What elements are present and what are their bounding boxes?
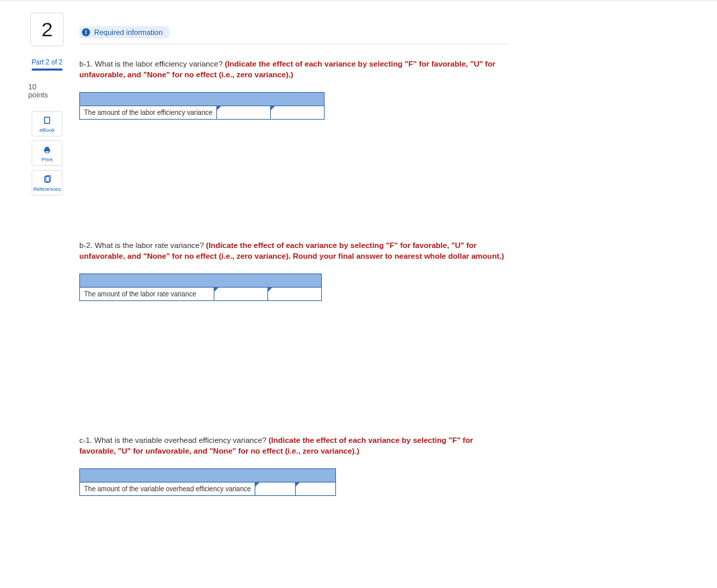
book-icon [42, 116, 52, 125]
table-header [80, 469, 336, 482]
prompt-text: b-2. What is the labor rate variance? [79, 241, 206, 249]
row-label: The amount of the labor efficiency varia… [80, 106, 217, 120]
question-b2: b-2. What is the labor rate variance? (I… [79, 241, 509, 301]
row-label: The amount of the variable overhead effi… [80, 482, 255, 496]
table-header [80, 93, 325, 106]
amount-input[interactable] [214, 288, 268, 301]
part-label: Part 2 of 2 [27, 58, 67, 66]
points-label: points [28, 91, 67, 99]
question-prompt: b-2. What is the labor rate variance? (I… [79, 241, 509, 261]
ebook-button[interactable]: eBook [32, 111, 62, 136]
print-label: Print [42, 157, 52, 163]
svg-rect-4 [45, 151, 48, 153]
points-number: 10 [28, 83, 67, 91]
question-number-box: 2 [30, 13, 64, 46]
question-sidebar: 2 Part 2 of 2 10 points eBook Print Refe… [27, 13, 67, 200]
row-label: The amount of the labor rate variance [80, 288, 214, 301]
prompt-text: c-1. What is the variable overhead effic… [79, 436, 269, 444]
question-prompt: b-1. What is the labor efficiency varian… [79, 59, 509, 80]
header-divider [79, 44, 509, 44]
part-progress-bar [32, 69, 62, 71]
print-button[interactable]: Print [32, 140, 62, 166]
page-root: 2 Part 2 of 2 10 points eBook Print Refe… [0, 0, 717, 588]
answer-table: The amount of the variable overhead effi… [79, 468, 336, 496]
print-icon [42, 145, 52, 155]
question-number: 2 [42, 18, 53, 41]
svg-rect-1 [45, 118, 49, 123]
effect-select[interactable] [268, 288, 322, 301]
references-button[interactable]: References [32, 170, 62, 196]
question-b1: b-1. What is the labor efficiency varian… [79, 59, 509, 120]
question-c1: c-1. What is the variable overhead effic… [79, 435, 509, 496]
references-icon [42, 175, 52, 184]
table-header [80, 274, 322, 288]
amount-input[interactable] [217, 106, 271, 120]
info-icon: ! [82, 28, 90, 36]
prompt-text: b-1. What is the labor efficiency varian… [79, 60, 224, 68]
references-label: References [34, 186, 61, 192]
svg-rect-3 [45, 147, 48, 149]
svg-point-5 [48, 149, 49, 150]
answer-table: The amount of the labor rate variance [79, 274, 322, 301]
ebook-label: eBook [40, 127, 55, 133]
answer-table: The amount of the labor efficiency varia… [79, 92, 325, 120]
amount-input[interactable] [255, 482, 296, 496]
required-info-label: Required information [94, 28, 163, 36]
question-prompt: c-1. What is the variable overhead effic… [79, 435, 509, 456]
required-info-toggle[interactable]: ! Required information [79, 26, 509, 38]
effect-select[interactable] [271, 106, 325, 120]
effect-select[interactable] [296, 482, 336, 496]
question-content: ! Required information b-1. What is the … [79, 1, 509, 588]
